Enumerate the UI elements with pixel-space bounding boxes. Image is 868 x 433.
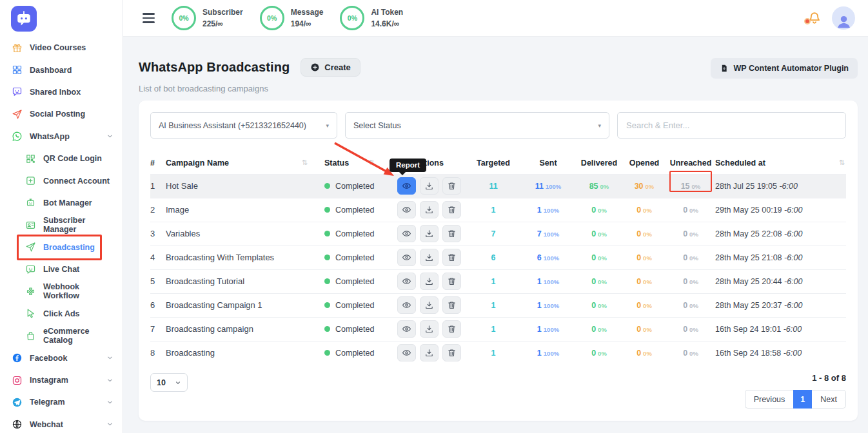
- hamburger-menu-icon[interactable]: [143, 13, 155, 23]
- sidebar-item-click-ads[interactable]: Click Ads: [0, 303, 123, 325]
- sidebar-item-bot-manager[interactable]: Bot Manager: [0, 192, 123, 214]
- current-page-button[interactable]: 1: [793, 390, 812, 409]
- sidebar-item-whatsapp[interactable]: WhatsApp: [0, 126, 123, 148]
- sidebar-item-connect-account[interactable]: Connect Account: [0, 169, 123, 191]
- previous-page-button[interactable]: Previous: [745, 390, 794, 409]
- unreached-value: 150%: [666, 174, 715, 198]
- table-row: 8BroadcastingCompleted11100%00%00%00%16t…: [150, 341, 846, 365]
- view-report-button[interactable]: [397, 344, 416, 361]
- delete-button[interactable]: [442, 273, 461, 290]
- column-header-sent: Sent: [520, 152, 576, 174]
- wp-content-automator-button[interactable]: WP Content Automator Plugin: [711, 58, 858, 79]
- status-dot-icon: [324, 231, 330, 236]
- sidebar-item-webchat[interactable]: Webchat: [0, 414, 123, 433]
- download-button[interactable]: [420, 344, 439, 361]
- sidebar-item-label: Dashboard: [30, 66, 72, 75]
- status-badge: Completed: [324, 269, 391, 293]
- notification-bell-icon[interactable]: [807, 11, 822, 25]
- pagination-range: 1 - 8 of 8: [812, 373, 846, 383]
- download-button[interactable]: [420, 225, 439, 242]
- sort-icon[interactable]: ⇅: [302, 159, 324, 167]
- unreached-value: 00%: [666, 293, 715, 317]
- column-header-scheduled-at[interactable]: Scheduled at⇅: [715, 152, 846, 174]
- cursor-icon: [25, 308, 36, 319]
- delete-button[interactable]: [442, 177, 461, 195]
- sidebar-item-webhook-workflow[interactable]: Webhook Workflow: [0, 280, 123, 302]
- sidebar-item-label: Subscriber Manager: [43, 216, 113, 234]
- sidebar-item-subscriber-manager[interactable]: Subscriber Manager: [0, 214, 123, 236]
- delivered-value: 00%: [576, 269, 622, 293]
- create-button[interactable]: Create: [301, 58, 360, 77]
- sidebar-item-live-chat[interactable]: Live Chat: [0, 258, 123, 280]
- chevron-down-icon: [106, 377, 113, 384]
- download-button[interactable]: [420, 249, 439, 266]
- column-header-status[interactable]: Status⇅: [324, 152, 391, 174]
- download-button[interactable]: [420, 177, 439, 195]
- delivered-value: 00%: [576, 317, 622, 341]
- targeted-value: 1: [466, 198, 520, 222]
- row-number: 6: [150, 293, 166, 317]
- delete-button[interactable]: [442, 225, 461, 242]
- sidebar-item-qr-code-login[interactable]: QR Code Login: [0, 148, 123, 169]
- view-report-button[interactable]: [397, 320, 416, 338]
- view-report-button[interactable]: [397, 296, 416, 314]
- sidebar-item-video-courses[interactable]: Video Courses: [0, 37, 123, 59]
- paper-plane-icon: [25, 242, 36, 253]
- row-number: 8: [150, 341, 166, 365]
- column-header-opened: Opened: [622, 152, 666, 174]
- opened-value: 00%: [622, 269, 666, 293]
- table-footer: 10 1 - 8 of 8 Previous 1 Next: [150, 373, 846, 409]
- delete-button[interactable]: [442, 201, 461, 218]
- delete-button[interactable]: [442, 344, 461, 361]
- usage-percent-ring: 0%: [172, 6, 196, 30]
- app-logo-icon[interactable]: [11, 6, 37, 32]
- bot-account-select[interactable]: AI Business Assistant (+5213321652440) ▾: [150, 112, 337, 139]
- status-select[interactable]: Select Status ▾: [345, 112, 609, 139]
- search-input[interactable]: [617, 112, 846, 139]
- sidebar-item-social-posting[interactable]: Social Posting: [0, 103, 123, 125]
- view-report-button[interactable]: [397, 177, 416, 195]
- column-header-campaign-name[interactable]: Campaign Name⇅: [166, 152, 324, 174]
- sort-icon[interactable]: ⇅: [369, 159, 391, 167]
- delete-button[interactable]: [442, 296, 461, 314]
- pagination: Previous 1 Next: [745, 390, 846, 409]
- page-size-select[interactable]: 10: [150, 373, 188, 392]
- sidebar-item-instagram[interactable]: Instagram: [0, 369, 123, 391]
- sort-icon[interactable]: ⇅: [839, 159, 846, 167]
- view-report-button[interactable]: [397, 273, 416, 290]
- usage-percent-ring: 0%: [340, 6, 364, 30]
- view-report-button[interactable]: [397, 201, 416, 218]
- user-avatar[interactable]: [832, 6, 855, 30]
- sidebar-item-label: Broadcasting: [43, 243, 95, 252]
- page-size-value: 10: [157, 378, 166, 387]
- table-row: 7Broadcasting campaignCompleted11100%00%…: [150, 317, 846, 341]
- sidebar-item-broadcasting[interactable]: Broadcasting: [0, 236, 123, 258]
- delete-button[interactable]: [442, 249, 461, 266]
- sidebar-item-ecommerce-catalog[interactable]: eCommerce Catalog: [0, 325, 123, 347]
- download-button[interactable]: [420, 320, 439, 338]
- download-button[interactable]: [420, 201, 439, 218]
- unreached-value: 00%: [666, 222, 715, 245]
- status-dot-icon: [324, 302, 330, 308]
- sidebar-nav: Video CoursesDashboardShared InboxSocial…: [0, 37, 123, 433]
- usage-stats: 0%Subscriber225/∞0%Message194/∞0%AI Toke…: [172, 6, 403, 30]
- download-button[interactable]: [420, 273, 439, 290]
- sidebar-item-telegram[interactable]: Telegram: [0, 391, 123, 413]
- status-dot-icon: [324, 278, 330, 284]
- chevron-down-icon: [106, 354, 113, 361]
- sidebar-item-dashboard[interactable]: Dashboard: [0, 59, 123, 81]
- sidebar-item-facebook[interactable]: Facebook: [0, 347, 123, 369]
- targeted-value: 7: [466, 222, 520, 245]
- scheduled-at: 16th Sep 24 18:58 -6:00: [715, 341, 846, 365]
- id-card-icon: [25, 220, 36, 231]
- next-page-button[interactable]: Next: [812, 390, 846, 409]
- status-badge: Completed: [324, 317, 391, 341]
- app-root: Video CoursesDashboardShared InboxSocial…: [0, 0, 868, 433]
- view-report-button[interactable]: [397, 225, 416, 242]
- view-report-button[interactable]: [397, 249, 416, 266]
- sidebar-item-shared-inbox[interactable]: Shared Inbox: [0, 81, 123, 103]
- scheduled-at: 28th May 25 20:44 -6:00: [715, 269, 846, 293]
- download-button[interactable]: [420, 296, 439, 314]
- usage-stat-ai-token: 0%AI Token14.6K/∞: [340, 6, 403, 30]
- delete-button[interactable]: [442, 320, 461, 338]
